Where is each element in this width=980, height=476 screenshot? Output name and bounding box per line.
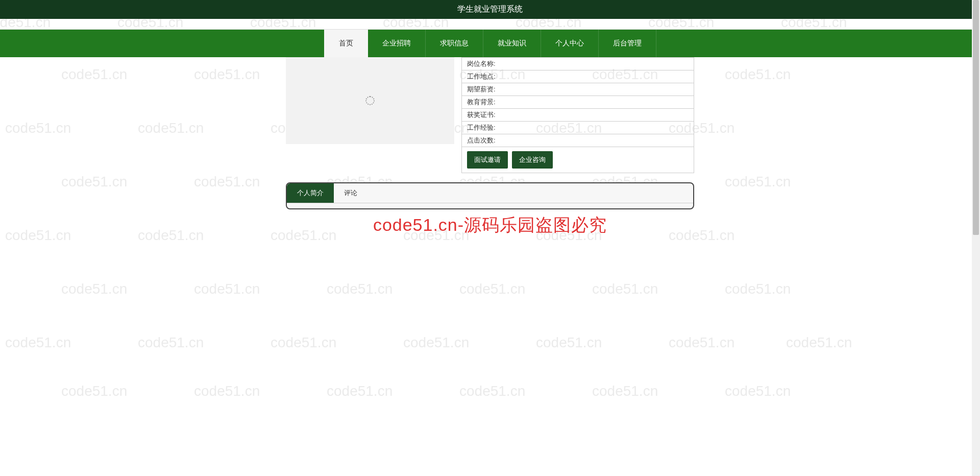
nav-item-jobseeking[interactable]: 求职信息 xyxy=(426,30,483,57)
watermark-text: code51.cn xyxy=(61,66,127,83)
tab-profile[interactable]: 个人简介 xyxy=(287,183,334,203)
tabs-panel: 个人简介 评论 xyxy=(286,182,694,209)
main-content: 岗位名称: 工作地点: 期望薪资: 教育背景: 获奖证书: 工作经验: 点击次数… xyxy=(286,57,694,209)
image-placeholder xyxy=(286,57,454,144)
nav-item-knowledge[interactable]: 就业知识 xyxy=(483,30,541,57)
system-title: 学生就业管理系统 xyxy=(457,5,523,13)
loading-spinner-icon xyxy=(365,96,375,105)
field-salary: 期望薪资: xyxy=(462,83,694,96)
watermark-text: code51.cn xyxy=(194,174,260,190)
info-table: 岗位名称: 工作地点: 期望薪资: 教育背景: 获奖证书: 工作经验: 点击次数… xyxy=(461,57,694,173)
nav-item-home[interactable]: 首页 xyxy=(324,30,368,57)
scrollbar-track[interactable] xyxy=(972,0,980,237)
field-experience: 工作经验: xyxy=(462,122,694,134)
watermark-text: code51.cn xyxy=(61,174,127,190)
button-row: 面试邀请 企业咨询 xyxy=(462,147,694,173)
detail-row: 岗位名称: 工作地点: 期望薪资: 教育背景: 获奖证书: 工作经验: 点击次数… xyxy=(286,57,694,173)
field-education: 教育背景: xyxy=(462,96,694,109)
watermark-text: code51.cn xyxy=(194,66,260,83)
nav-item-profile[interactable]: 个人中心 xyxy=(541,30,599,57)
watermark-text: code51.cn xyxy=(5,120,71,136)
nav-item-recruitment[interactable]: 企业招聘 xyxy=(368,30,426,57)
header-title: 学生就业管理系统 xyxy=(0,0,980,19)
big-watermark: code51.cn-源码乐园盗图必究 xyxy=(0,213,980,237)
field-position: 岗位名称: xyxy=(462,58,694,70)
scrollbar-thumb[interactable] xyxy=(973,0,979,235)
watermark-text: code51.cn xyxy=(725,66,791,83)
company-consult-button[interactable]: 企业咨询 xyxy=(512,151,553,169)
field-awards: 获奖证书: xyxy=(462,109,694,122)
tabs-header: 个人简介 评论 xyxy=(287,183,693,203)
watermark-text: code51.cn xyxy=(138,120,204,136)
watermark-text: code51.cn xyxy=(725,174,791,190)
nav-item-admin[interactable]: 后台管理 xyxy=(599,30,656,57)
field-clicks: 点击次数: xyxy=(462,134,694,147)
tab-comments[interactable]: 评论 xyxy=(334,183,368,203)
nav-inner: 首页 企业招聘 求职信息 就业知识 个人中心 后台管理 xyxy=(0,30,980,57)
nav-bar: 首页 企业招聘 求职信息 就业知识 个人中心 后台管理 xyxy=(0,29,980,57)
field-location: 工作地点: xyxy=(462,70,694,83)
interview-invite-button[interactable]: 面试邀请 xyxy=(467,151,508,169)
tabs-body xyxy=(287,203,693,208)
